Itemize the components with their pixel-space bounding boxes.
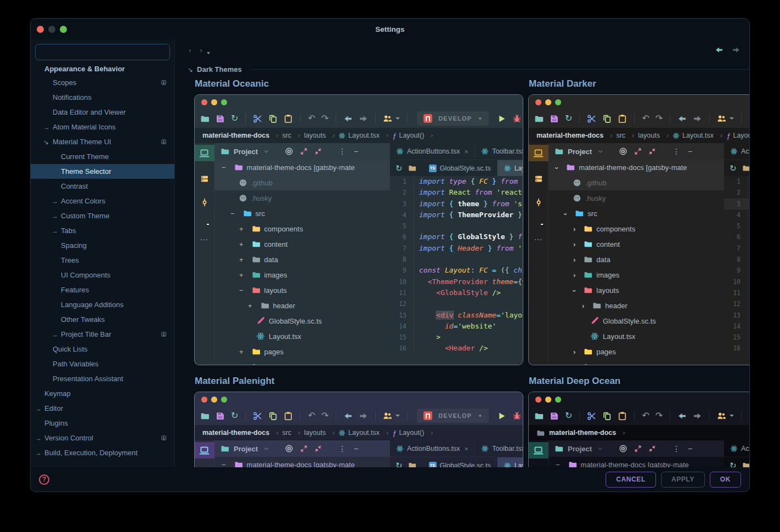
sidebar-item[interactable]: Spacing	[31, 238, 174, 253]
sidebar-item-label: Data Editor and Viewer	[53, 108, 126, 116]
settings-search[interactable]	[35, 44, 170, 60]
cancel-button[interactable]: CANCEL	[606, 472, 656, 488]
sidebar-item[interactable]: → Editor	[31, 401, 174, 416]
folder-icon	[742, 164, 749, 172]
copy-icon	[268, 114, 278, 123]
theme-preview[interactable]: ↻ ↶ ↷ DEVELOP ▼	[194, 392, 523, 467]
close-window-button[interactable]	[37, 26, 44, 33]
redo-icon: ↷	[321, 411, 329, 420]
traffic-lights	[37, 26, 67, 33]
line-number: 3	[724, 199, 748, 210]
function-icon: ƒ	[392, 429, 396, 437]
editor-tab-label: ActionButtons.tsx	[741, 148, 749, 155]
apply-button[interactable]: APPLY	[661, 472, 705, 488]
debug-icon	[512, 411, 522, 421]
sidebar-item[interactable]: Quick Lists	[31, 342, 174, 356]
sync-icon: ↻	[565, 411, 572, 420]
sidebar-item[interactable]: Appearance & Behavior	[31, 64, 174, 75]
help-icon[interactable]	[39, 474, 49, 485]
sidebar-item[interactable]: → Project Title Bar	[31, 327, 174, 342]
project-panel-title: Project	[568, 445, 592, 453]
react-icon	[730, 445, 738, 452]
theme-preview[interactable]: ↻ ↶ ↷ DEVELOP ▼	[194, 94, 523, 365]
line-number: 6	[390, 231, 414, 242]
sidebar-item[interactable]: Trees	[31, 253, 174, 268]
laptop-icon	[199, 445, 210, 456]
forward-arrow-icon[interactable]	[732, 46, 741, 54]
navigate-forward-icon	[693, 114, 702, 123]
tree-item-label: GlobalStyle.sc.ts	[269, 317, 322, 325]
expand-arrow-icon: ↘	[43, 138, 53, 146]
sidebar-item[interactable]: Data Editor and Viewer	[31, 105, 174, 120]
sidebar-item-label: Quick Lists	[53, 345, 88, 353]
collapse-all-icon	[648, 148, 656, 155]
folder-icon	[252, 224, 261, 233]
expand-arrow-icon: →	[52, 331, 61, 338]
zoom-window-button[interactable]	[60, 26, 67, 33]
sidebar-item[interactable]: Current Theme	[31, 149, 174, 164]
sidebar-item[interactable]: Notifications	[31, 90, 174, 105]
theme-preview[interactable]: ↻ ↶ ↷ DEVELOP ▼	[528, 94, 749, 365]
breadcrumb-item[interactable]	[184, 46, 196, 54]
sidebar-item[interactable]: → Atom Material Icons	[31, 120, 174, 134]
back-arrow-icon[interactable]	[715, 46, 724, 54]
editor-tabs-row2: ↻ GlobalStyle.sc.ts Layout	[390, 457, 523, 467]
project-tree: material-theme-docs [gatsby-mate .github	[214, 457, 390, 467]
tree-item: material-theme-docs [gatsby-mate	[549, 457, 724, 467]
react-icon	[256, 332, 265, 341]
sidebar-item-label: Language Additions	[61, 301, 123, 309]
section-divider	[250, 69, 749, 70]
code-line: 4 import { ThemeProvider } from	[724, 210, 749, 220]
open-folder-icon	[200, 114, 210, 123]
redo-icon: ↷	[655, 114, 663, 123]
ok-button[interactable]: OK	[710, 472, 741, 488]
sidebar-item[interactable]: → Custom Theme	[31, 208, 174, 223]
navigate-back-icon	[343, 411, 353, 421]
netlify-icon	[423, 114, 432, 123]
tool-window-stripe: ⋯	[529, 440, 549, 467]
sidebar-item[interactable]: Theme Selector	[31, 164, 174, 179]
sidebar-item-label: Custom Theme	[61, 212, 110, 220]
folder-icon	[234, 460, 243, 467]
sidebar-item-label: Contrast	[61, 182, 88, 190]
sidebar-item[interactable]: → Accent Colors	[31, 194, 174, 208]
section-collapse-icon[interactable]: ↘	[188, 66, 193, 73]
toolbar-divider	[670, 114, 670, 123]
sidebar-item[interactable]: ↘ Material Theme UI	[31, 134, 174, 149]
sync-icon: ↻	[395, 163, 403, 173]
breadcrumb-item[interactable]	[196, 46, 207, 54]
sidebar-item[interactable]: Presentation Assistant	[31, 371, 174, 386]
github-icon	[573, 178, 581, 187]
chevron-down-icon	[263, 149, 269, 155]
theme-card: Material Darker ↻ ↶ ↷ D	[528, 78, 749, 365]
code-line: 5	[390, 220, 523, 231]
sidebar-item[interactable]: Keymap	[31, 386, 174, 401]
sidebar-item[interactable]: UI Components	[31, 268, 174, 282]
editor-tab: ActionButtons.tsx ×	[390, 143, 475, 160]
sidebar-item[interactable]: Scopes	[31, 75, 174, 90]
expand-arrow-icon: →	[52, 227, 61, 235]
sidebar-item[interactable]: → Version Control	[31, 431, 174, 445]
folder-icon	[252, 270, 261, 279]
laptop-icon	[533, 445, 544, 456]
sidebar-item[interactable]: Plugins	[31, 416, 174, 431]
toolbar-divider	[407, 114, 408, 123]
minimize-icon	[545, 99, 551, 105]
sidebar-item[interactable]: Path Variables	[31, 356, 174, 371]
sidebar-item[interactable]: Other Tweaks	[31, 312, 174, 327]
sidebar-item[interactable]: Contrast	[31, 179, 174, 194]
sidebar-item[interactable]: → Tabs	[31, 223, 174, 238]
expand-arrow-icon: →	[43, 123, 53, 131]
sidebar-item[interactable]: Features	[31, 282, 174, 297]
sidebar-item[interactable]: Language Additions	[31, 297, 174, 312]
sidebar-item[interactable]: → Build, Execution, Deployment	[31, 445, 174, 460]
shared-settings-icon	[161, 139, 167, 145]
code-line: 6 import { GlobalStyle } from '.	[390, 231, 523, 242]
code-line: 14 id='website'	[724, 321, 749, 332]
file-breadcrumb-item: ƒ material-theme-docs	[549, 429, 629, 437]
editor-tab-label: Layout.ts	[515, 462, 523, 468]
folder-icon	[742, 461, 749, 467]
locate-file-icon	[619, 444, 628, 453]
theme-preview[interactable]: ↻ ↶ ↷ DEVELOP ▼	[528, 392, 749, 467]
minimize-window-button[interactable]	[48, 26, 55, 33]
